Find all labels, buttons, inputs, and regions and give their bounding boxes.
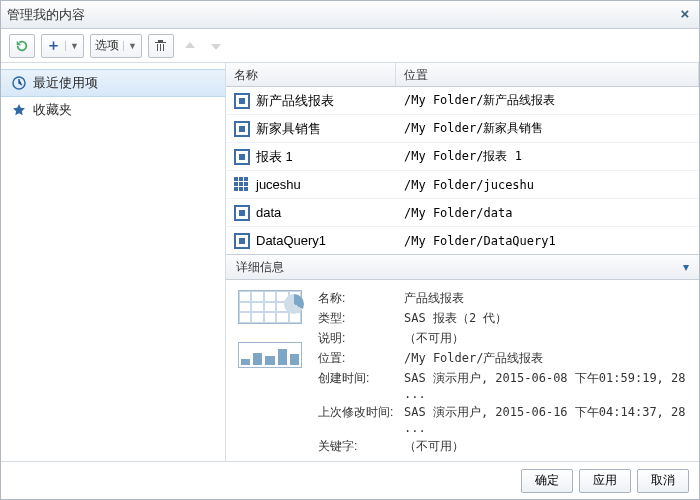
detail-value: （不可用） xyxy=(404,438,687,455)
dialog-title: 管理我的内容 xyxy=(7,6,85,24)
apply-button[interactable]: 应用 xyxy=(579,469,631,493)
dialog-body: 最近使用项 收藏夹 名称 位置 新产品线报表/My Folder/新产品线报表新… xyxy=(1,63,699,461)
move-up-button xyxy=(180,40,200,52)
chevron-down-icon: ▾ xyxy=(683,260,689,274)
detail-key: 名称: xyxy=(318,290,398,307)
table-row[interactable]: DataQuery1/My Folder/DataQuery1 xyxy=(226,227,699,254)
new-button[interactable]: ＋ ▼ xyxy=(41,34,84,58)
toolbar: ＋ ▼ 选项 ▼ xyxy=(1,29,699,63)
row-location: /My Folder/DataQuery1 xyxy=(396,234,699,248)
manage-content-dialog: 管理我的内容 × ＋ ▼ 选项 ▼ xyxy=(0,0,700,500)
options-label: 选项 xyxy=(95,37,119,54)
refresh-button[interactable] xyxy=(9,34,35,58)
row-location: /My Folder/报表 1 xyxy=(396,148,699,165)
row-name: 新产品线报表 xyxy=(256,92,334,110)
table-icon xyxy=(234,177,250,193)
delete-button[interactable] xyxy=(148,34,174,58)
row-location: /My Folder/data xyxy=(396,206,699,220)
row-name: 新家具销售 xyxy=(256,120,321,138)
detail-value: SAS 报表（2 代） xyxy=(404,310,687,327)
detail-value: /My Folder/产品线报表 xyxy=(404,350,687,367)
sidebar-item-recent[interactable]: 最近使用项 xyxy=(1,69,225,97)
sidebar-item-label: 最近使用项 xyxy=(33,74,98,92)
detail-key: 关键字: xyxy=(318,438,398,455)
trash-icon xyxy=(154,39,167,53)
table-row[interactable]: juceshu/My Folder/juceshu xyxy=(226,171,699,199)
table-row[interactable]: 新家具销售/My Folder/新家具销售 xyxy=(226,115,699,143)
close-icon[interactable]: × xyxy=(677,7,693,23)
row-name: data xyxy=(256,205,281,220)
sidebar: 最近使用项 收藏夹 xyxy=(1,63,226,461)
table-row[interactable]: 新产品线报表/My Folder/新产品线报表 xyxy=(226,87,699,115)
row-name: 报表 1 xyxy=(256,148,293,166)
table-row[interactable]: 报表 1/My Folder/报表 1 xyxy=(226,143,699,171)
report-icon xyxy=(234,233,250,249)
dialog-footer: 确定 应用 取消 xyxy=(1,461,699,499)
column-name[interactable]: 名称 xyxy=(226,63,396,86)
sidebar-item-label: 收藏夹 xyxy=(33,101,72,119)
cancel-button[interactable]: 取消 xyxy=(637,469,689,493)
report-icon xyxy=(234,205,250,221)
detail-value: SAS 演示用户, 2015-06-08 下午01:59:19, 28 ... xyxy=(404,370,687,401)
details-toggle[interactable]: 详细信息 ▾ xyxy=(226,254,699,280)
report-icon xyxy=(234,93,250,109)
refresh-icon xyxy=(15,39,29,53)
detail-key: 说明: xyxy=(318,330,398,347)
details-panel: 名称:产品线报表 类型:SAS 报表（2 代） 说明:（不可用） 位置:/My … xyxy=(226,280,699,461)
chevron-down-icon: ▼ xyxy=(123,41,141,51)
detail-key: 上次修改时间: xyxy=(318,404,398,435)
detail-value: （不可用） xyxy=(404,330,687,347)
detail-key: 创建时间: xyxy=(318,370,398,401)
move-down-button xyxy=(206,40,226,52)
clock-icon xyxy=(11,75,27,91)
titlebar: 管理我的内容 × xyxy=(1,1,699,29)
sidebar-item-favorites[interactable]: 收藏夹 xyxy=(1,97,225,123)
row-name: DataQuery1 xyxy=(256,233,326,248)
details-grid: 名称:产品线报表 类型:SAS 报表（2 代） 说明:（不可用） 位置:/My … xyxy=(318,290,687,455)
star-icon xyxy=(11,102,27,118)
detail-key: 位置: xyxy=(318,350,398,367)
row-location: /My Folder/新产品线报表 xyxy=(396,92,699,109)
detail-key: 类型: xyxy=(318,310,398,327)
chevron-down-icon: ▼ xyxy=(65,41,83,51)
table-header: 名称 位置 xyxy=(226,63,699,87)
report-icon xyxy=(234,149,250,165)
detail-value: 产品线报表 xyxy=(404,290,687,307)
main-panel: 名称 位置 新产品线报表/My Folder/新产品线报表新家具销售/My Fo… xyxy=(226,63,699,461)
report-thumbnail xyxy=(238,290,304,455)
row-location: /My Folder/新家具销售 xyxy=(396,120,699,137)
report-icon xyxy=(234,121,250,137)
table-body[interactable]: 新产品线报表/My Folder/新产品线报表新家具销售/My Folder/新… xyxy=(226,87,699,254)
details-header-label: 详细信息 xyxy=(236,259,284,276)
row-location: /My Folder/juceshu xyxy=(396,178,699,192)
plus-icon: ＋ xyxy=(46,36,61,55)
detail-value: SAS 演示用户, 2015-06-16 下午04:14:37, 28 ... xyxy=(404,404,687,435)
options-button[interactable]: 选项 ▼ xyxy=(90,34,142,58)
table-row[interactable]: data/My Folder/data xyxy=(226,199,699,227)
row-name: juceshu xyxy=(256,177,301,192)
ok-button[interactable]: 确定 xyxy=(521,469,573,493)
column-location[interactable]: 位置 xyxy=(396,63,699,86)
